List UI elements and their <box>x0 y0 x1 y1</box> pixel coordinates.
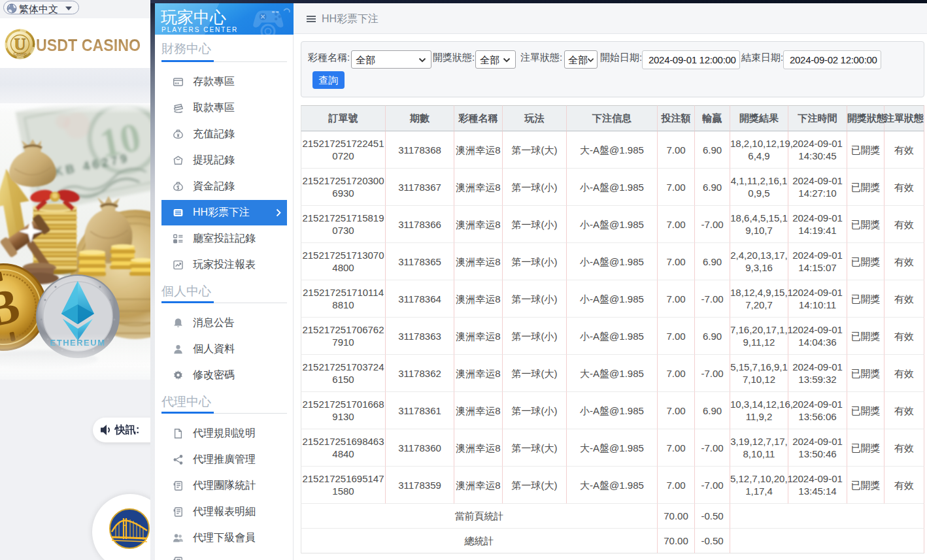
svg-text:U: U <box>14 35 25 53</box>
svg-text:Casino: Casino <box>13 52 27 56</box>
